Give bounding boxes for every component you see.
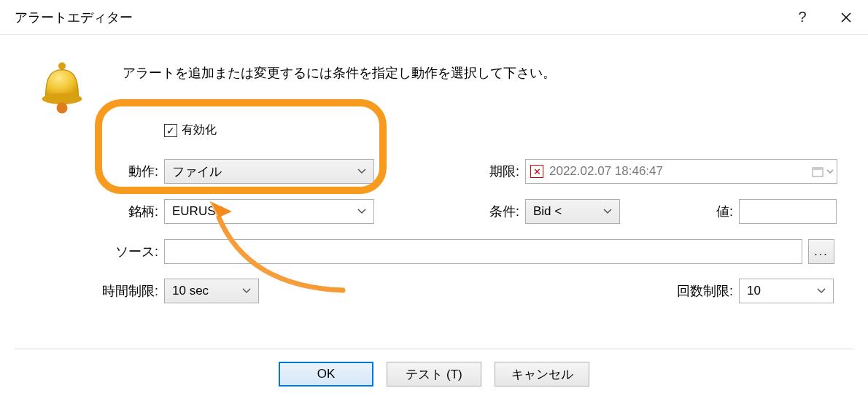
- action-value: ファイル: [172, 163, 222, 180]
- expiry-value: 2022.02.07 18:46:47: [549, 164, 663, 179]
- clear-date-icon[interactable]: ✕: [530, 165, 543, 178]
- maxiter-value: 10: [747, 284, 761, 298]
- dialog-buttons: OK テスト (T) キャンセル: [0, 362, 868, 386]
- ok-button[interactable]: OK: [279, 362, 373, 386]
- maxiter-select[interactable]: 10: [739, 279, 834, 303]
- bell-icon: [33, 57, 91, 115]
- maxiter-label: 回数制限:: [638, 282, 733, 300]
- expiry-field[interactable]: ✕ 2022.02.07 18:46:47: [525, 159, 837, 184]
- condition-select[interactable]: Bid <: [525, 199, 620, 224]
- window-title: アラートエディター: [15, 9, 780, 26]
- chevron-down-icon: [357, 168, 366, 174]
- condition-label: 条件:: [452, 203, 519, 220]
- source-input[interactable]: [164, 239, 802, 264]
- chevron-down-icon: [817, 288, 826, 294]
- action-label: 動作:: [91, 163, 158, 180]
- titlebar: アラートエディター ?: [0, 0, 868, 35]
- chevron-down-icon: [603, 209, 612, 214]
- calendar-dropdown-icon[interactable]: [803, 166, 834, 177]
- dialog-content: アラートを追加または変更するには条件を指定し動作を選択して下さい。 ✓ 有効化 …: [0, 35, 868, 349]
- cancel-button[interactable]: キャンセル: [495, 362, 589, 386]
- action-select[interactable]: ファイル: [164, 159, 374, 184]
- symbol-value: EURUSD: [172, 204, 225, 219]
- browse-button[interactable]: ...: [808, 239, 834, 264]
- svg-point-2: [57, 103, 68, 114]
- enable-checkbox[interactable]: ✓: [164, 124, 177, 137]
- help-button[interactable]: ?: [780, 0, 824, 35]
- close-icon: [840, 12, 852, 23]
- timeout-label: 時間制限:: [77, 282, 158, 300]
- svg-rect-4: [813, 168, 823, 170]
- close-button[interactable]: [824, 0, 868, 35]
- test-button[interactable]: テスト (T): [387, 362, 481, 386]
- source-label: ソース:: [91, 243, 158, 260]
- value-label: 値:: [689, 203, 733, 220]
- expiry-label: 期限:: [452, 163, 519, 180]
- symbol-select[interactable]: EURUSD: [164, 199, 374, 224]
- symbol-label: 銘柄:: [91, 203, 158, 220]
- condition-value: Bid <: [533, 204, 562, 219]
- timeout-select[interactable]: 10 sec: [164, 279, 259, 303]
- value-input[interactable]: [739, 199, 837, 224]
- svg-point-0: [58, 63, 66, 70]
- enable-label: 有効化: [182, 123, 217, 138]
- enable-checkbox-row: ✓ 有効化: [164, 123, 217, 138]
- chevron-down-icon: [242, 288, 251, 294]
- timeout-value: 10 sec: [172, 284, 209, 298]
- instruction-text: アラートを追加または変更するには条件を指定し動作を選択して下さい。: [123, 64, 556, 82]
- separator: [15, 349, 853, 349]
- chevron-down-icon: [357, 209, 366, 214]
